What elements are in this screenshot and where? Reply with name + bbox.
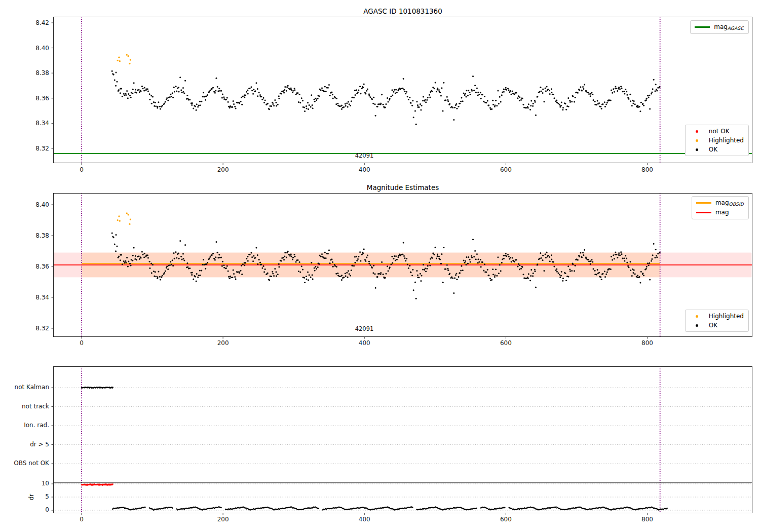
ok-point-middle (417, 274, 419, 276)
ok-point-middle (516, 259, 517, 260)
ok-point-middle (222, 261, 223, 262)
ok-point-middle (480, 266, 482, 268)
ok-point-top (278, 95, 280, 97)
ok-point-top (166, 97, 168, 99)
ok-point-middle (251, 256, 253, 258)
ok-point-top (458, 106, 460, 107)
ok-point-middle (556, 269, 557, 270)
ok-point-top (160, 108, 161, 109)
ok-point-middle (420, 280, 422, 282)
ok-point-top (356, 93, 358, 94)
ok-point-top (604, 106, 606, 107)
ok-point-top (591, 92, 593, 94)
ok-point-top (235, 108, 237, 109)
ok-point-middle (215, 241, 217, 243)
ok-point-middle (482, 261, 483, 263)
ok-point-middle (430, 258, 431, 259)
ok-point-middle (360, 260, 361, 261)
ok-point-middle (317, 267, 319, 268)
ok-point-middle (496, 275, 498, 277)
ok-point-middle (501, 262, 503, 263)
ok-point-top (164, 103, 165, 104)
legend-item-mag-agasc: magAGASC (694, 23, 744, 31)
ok-point-middle (522, 266, 523, 268)
ok-point-top (469, 92, 470, 93)
ok-point-top (153, 101, 155, 103)
ok-point-middle (158, 271, 159, 272)
ok-point-middle (338, 276, 340, 277)
ok-point-middle (283, 257, 284, 258)
highlighted-point-middle (117, 219, 119, 221)
ok-point-top (127, 97, 129, 99)
ok-point-top (233, 100, 234, 102)
ok-point-top (390, 96, 392, 97)
ok-point-top (482, 94, 483, 95)
ok-point-top (529, 109, 531, 110)
ok-point-middle (331, 258, 333, 260)
ok-point-top (442, 110, 444, 112)
ok-point-middle (161, 276, 162, 278)
ok-point-middle (503, 258, 505, 259)
ok-point-middle (562, 280, 563, 282)
ok-point-middle (500, 270, 502, 272)
ok-point-top (328, 84, 330, 86)
highlighted-dot-swatch (696, 315, 698, 318)
ok-point-middle (178, 258, 180, 259)
ok-point-top (542, 92, 544, 94)
ok-point-top (517, 97, 518, 99)
ok-point-top (165, 101, 166, 103)
ok-point-middle (345, 273, 346, 274)
ok-point-middle (505, 253, 507, 254)
ok-point-top (152, 96, 154, 98)
ok-point-top (307, 102, 309, 103)
ok-point-top (228, 106, 230, 107)
ok-point-top (345, 103, 346, 105)
ok-point-middle (128, 260, 129, 262)
ok-point-top (558, 103, 559, 104)
ok-point-middle (172, 265, 174, 267)
highlighted-point-middle (128, 214, 129, 215)
ok-point-middle (466, 256, 467, 258)
ok-point-middle (335, 273, 337, 275)
ok-point-middle (341, 279, 343, 281)
ok-point-middle (402, 253, 403, 255)
ok-point-top (220, 90, 222, 92)
ok-point-top (626, 94, 628, 96)
ok-point-top (267, 103, 269, 104)
ok-point-middle (124, 262, 125, 263)
ok-point-top (341, 104, 343, 106)
flag-category-label: OBS not OK (0, 460, 49, 467)
dr-point (476, 508, 477, 509)
ok-point-middle (588, 260, 590, 262)
ok-point-middle (615, 251, 616, 253)
ok-point-top (643, 105, 644, 106)
ok-point-middle (350, 275, 351, 276)
ok-point-middle (221, 265, 223, 267)
ok-point-middle (149, 261, 150, 262)
ok-point-middle (610, 269, 612, 270)
ok-point-middle (337, 273, 338, 274)
ok-point-middle (341, 275, 343, 276)
ok-point-top (454, 107, 455, 108)
ok-point-top (420, 109, 422, 110)
ok-point-middle (553, 261, 554, 262)
ok-point-top (331, 92, 333, 93)
ok-point-middle (630, 270, 631, 271)
ok-point-top (415, 124, 417, 125)
ok-point-middle (478, 261, 480, 263)
ok-point-top (545, 88, 546, 89)
ok-point-top (389, 98, 391, 99)
ok-point-top (179, 77, 181, 78)
ok-point-top (455, 103, 457, 105)
ok-point-top (516, 92, 517, 94)
ok-point-middle (601, 279, 602, 280)
ok-point-top (244, 97, 245, 98)
dr-point (144, 507, 146, 508)
ok-point-top (383, 104, 384, 105)
ok-point-top (334, 97, 336, 98)
ok-point-middle (355, 262, 356, 263)
ok-point-middle (569, 271, 571, 272)
dr-tick-label: 5 (0, 493, 49, 500)
legend-label: OK (709, 146, 717, 153)
ok-point-middle (395, 255, 397, 257)
